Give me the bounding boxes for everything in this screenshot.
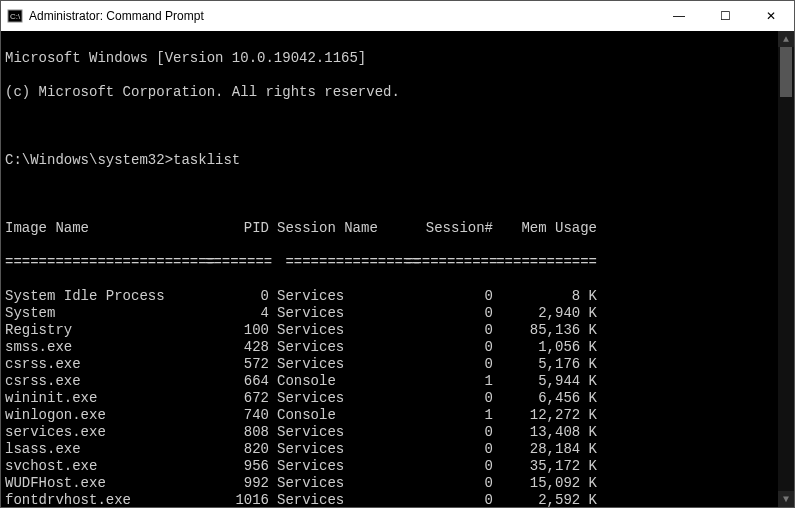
cell-pid: 100 xyxy=(205,322,269,339)
cell-name: csrss.exe xyxy=(5,356,205,373)
cell-session-num: 0 xyxy=(405,441,493,458)
command-prompt-window: C:\ Administrator: Command Prompt — ☐ ✕ … xyxy=(0,0,795,508)
table-header: Image NamePIDSession NameSession#Mem Usa… xyxy=(5,220,790,237)
cell-session-num: 0 xyxy=(405,322,493,339)
scroll-down-arrow-icon[interactable]: ▼ xyxy=(778,491,794,507)
blank-line xyxy=(5,118,790,135)
cell-pid: 672 xyxy=(205,390,269,407)
table-row: lsass.exe820Services028,184 K xyxy=(5,441,790,458)
table-row: svchost.exe956Services035,172 K xyxy=(5,458,790,475)
cell-session: Services xyxy=(269,288,405,305)
cell-session: Services xyxy=(269,424,405,441)
cell-name: System xyxy=(5,305,205,322)
titlebar[interactable]: C:\ Administrator: Command Prompt — ☐ ✕ xyxy=(1,1,794,31)
cell-name: svchost.exe xyxy=(5,458,205,475)
cell-pid: 992 xyxy=(205,475,269,492)
cmd-icon: C:\ xyxy=(7,8,23,24)
scroll-thumb[interactable] xyxy=(780,47,792,97)
cell-name: wininit.exe xyxy=(5,390,205,407)
cell-session-num: 0 xyxy=(405,356,493,373)
cell-pid: 808 xyxy=(205,424,269,441)
cell-name: services.exe xyxy=(5,424,205,441)
cell-session: Services xyxy=(269,305,405,322)
prompt-line: C:\Windows\system32>tasklist xyxy=(5,152,790,169)
cell-name: smss.exe xyxy=(5,339,205,356)
cell-pid: 0 xyxy=(205,288,269,305)
cell-pid: 956 xyxy=(205,458,269,475)
minimize-button[interactable]: — xyxy=(656,1,702,31)
scrollbar[interactable]: ▲ ▼ xyxy=(778,31,794,507)
cell-pid: 428 xyxy=(205,339,269,356)
cell-mem: 5,176 K xyxy=(493,356,597,373)
cell-pid: 1016 xyxy=(205,492,269,507)
cell-mem: 1,056 K xyxy=(493,339,597,356)
version-line: Microsoft Windows [Version 10.0.19042.11… xyxy=(5,50,790,67)
table-row: services.exe808Services013,408 K xyxy=(5,424,790,441)
table-row: winlogon.exe740Console112,272 K xyxy=(5,407,790,424)
table-row: System Idle Process0Services08 K xyxy=(5,288,790,305)
cell-mem: 13,408 K xyxy=(493,424,597,441)
table-row: fontdrvhost.exe1016Services02,592 K xyxy=(5,492,790,507)
cell-session: Services xyxy=(269,492,405,507)
cell-mem: 2,592 K xyxy=(493,492,597,507)
table-row: csrss.exe664Console15,944 K xyxy=(5,373,790,390)
table-row: wininit.exe672Services06,456 K xyxy=(5,390,790,407)
cell-session: Services xyxy=(269,475,405,492)
cell-session: Console xyxy=(269,373,405,390)
cell-mem: 12,272 K xyxy=(493,407,597,424)
cell-session-num: 1 xyxy=(405,373,493,390)
table-row: smss.exe428Services01,056 K xyxy=(5,339,790,356)
cell-session: Console xyxy=(269,407,405,424)
cell-mem: 28,184 K xyxy=(493,441,597,458)
cell-name: fontdrvhost.exe xyxy=(5,492,205,507)
cell-name: winlogon.exe xyxy=(5,407,205,424)
cell-session-num: 0 xyxy=(405,424,493,441)
cell-session-num: 0 xyxy=(405,288,493,305)
cell-mem: 5,944 K xyxy=(493,373,597,390)
cell-name: csrss.exe xyxy=(5,373,205,390)
maximize-button[interactable]: ☐ xyxy=(702,1,748,31)
cell-session: Services xyxy=(269,390,405,407)
copyright-line: (c) Microsoft Corporation. All rights re… xyxy=(5,84,790,101)
table-row: Registry100Services085,136 K xyxy=(5,322,790,339)
cell-name: lsass.exe xyxy=(5,441,205,458)
cell-session-num: 1 xyxy=(405,407,493,424)
cell-pid: 664 xyxy=(205,373,269,390)
blank-line xyxy=(5,186,790,203)
cell-session-num: 0 xyxy=(405,475,493,492)
cell-name: System Idle Process xyxy=(5,288,205,305)
table-separator: ================================= ======… xyxy=(5,254,790,271)
cell-mem: 85,136 K xyxy=(493,322,597,339)
scroll-up-arrow-icon[interactable]: ▲ xyxy=(778,31,794,47)
table-row: csrss.exe572Services05,176 K xyxy=(5,356,790,373)
cell-name: WUDFHost.exe xyxy=(5,475,205,492)
cell-session-num: 0 xyxy=(405,458,493,475)
cell-mem: 2,940 K xyxy=(493,305,597,322)
cell-session: Services xyxy=(269,441,405,458)
cell-session-num: 0 xyxy=(405,339,493,356)
cell-session: Services xyxy=(269,339,405,356)
cell-mem: 15,092 K xyxy=(493,475,597,492)
cell-pid: 572 xyxy=(205,356,269,373)
scroll-track[interactable] xyxy=(778,47,794,491)
cell-session-num: 0 xyxy=(405,305,493,322)
cell-session: Services xyxy=(269,322,405,339)
cell-mem: 8 K xyxy=(493,288,597,305)
cell-pid: 4 xyxy=(205,305,269,322)
table-row: System4Services02,940 K xyxy=(5,305,790,322)
cell-name: Registry xyxy=(5,322,205,339)
cell-session-num: 0 xyxy=(405,390,493,407)
cell-mem: 6,456 K xyxy=(493,390,597,407)
cell-mem: 35,172 K xyxy=(493,458,597,475)
cell-session: Services xyxy=(269,356,405,373)
cell-session: Services xyxy=(269,458,405,475)
window-title: Administrator: Command Prompt xyxy=(29,9,656,23)
svg-text:C:\: C:\ xyxy=(10,12,21,21)
console-area[interactable]: Microsoft Windows [Version 10.0.19042.11… xyxy=(1,31,794,507)
table-row: WUDFHost.exe992Services015,092 K xyxy=(5,475,790,492)
cell-pid: 740 xyxy=(205,407,269,424)
cell-session-num: 0 xyxy=(405,492,493,507)
cell-pid: 820 xyxy=(205,441,269,458)
close-button[interactable]: ✕ xyxy=(748,1,794,31)
